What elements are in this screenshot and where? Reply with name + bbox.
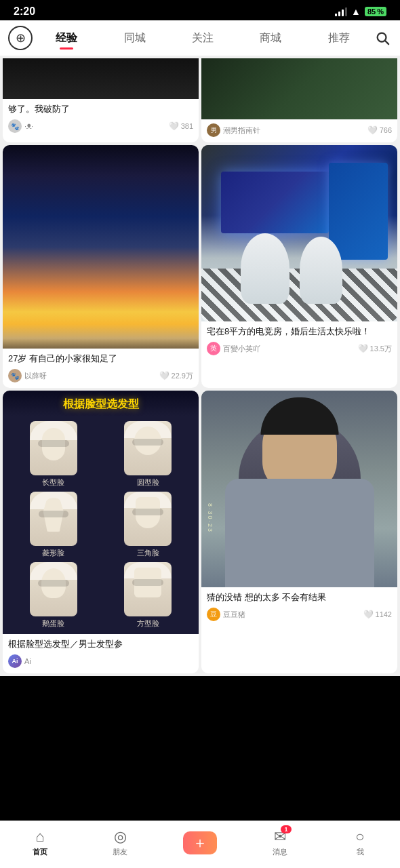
bottom-nav-add[interactable]: ＋ xyxy=(180,831,220,854)
bottom-nav-friends[interactable]: ◎ 朋友 xyxy=(100,828,140,857)
card-sunset[interactable]: 27岁 有自己的小家很知足了 🐾 以薛呀 🤍 22.9万 xyxy=(3,145,199,388)
author-name: 潮男指南针 xyxy=(223,125,260,136)
nav-tabs: 经验 同城 关注 商城 推荐 xyxy=(33,28,373,48)
nav-bar: ⊕ 经验 同城 关注 商城 推荐 xyxy=(0,20,400,56)
status-bar: 2:20 ▲ 85 % xyxy=(0,0,400,20)
avatar: 英 xyxy=(207,342,220,355)
tab-nearby[interactable]: 同城 xyxy=(120,28,150,48)
card-gaming-author: 英 百變小英吖 xyxy=(207,342,260,355)
author-name: ·ᴥ· xyxy=(24,122,33,131)
signal-icon xyxy=(335,7,347,16)
face-cell-3: 菱形脸 xyxy=(8,492,99,558)
add-post-button[interactable]: ⊕ xyxy=(8,26,33,50)
author-name: 以薛呀 xyxy=(24,371,47,381)
card-partial-left[interactable]: 够了。我破防了 🐾 ·ᴥ· 🤍 381 xyxy=(3,58,199,142)
card-gaming-image xyxy=(201,145,397,321)
card-boy[interactable]: 8·30·23 猜的没错 想的太多 不会有结果 豆 豆豆猪 🤍 1142 xyxy=(201,391,397,673)
messages-label: 消息 xyxy=(273,847,287,857)
card-partial-left-image xyxy=(3,58,199,99)
card-sunset-meta: 🐾 以薛呀 🤍 22.9万 xyxy=(8,369,193,382)
card-partial-right-likes: 🤍 766 xyxy=(367,125,392,135)
card-sunset-title: 27岁 有自己的小家很知足了 xyxy=(8,353,193,365)
card-partial-right[interactable]: 男 潮男指南针 🤍 766 xyxy=(201,58,397,142)
card-facetype-header: 根据脸型选发型 xyxy=(3,391,199,416)
face-cell-6: 方型脸 xyxy=(103,562,194,629)
card-boy-image: 8·30·23 xyxy=(201,391,397,587)
face-grid: 长型脸 圆型脸 xyxy=(3,416,199,634)
card-sunset-image xyxy=(3,145,199,349)
card-boy-body: 猜的没错 想的太多 不会有结果 豆 豆豆猪 🤍 1142 xyxy=(201,587,397,627)
card-gaming-body: 宅在8平方的电竞房，婚后生活太快乐啦！ 英 百變小英吖 🤍 13.5万 xyxy=(201,321,397,361)
card-gaming-likes: 🤍 13.5万 xyxy=(358,344,392,354)
avatar: 🐾 xyxy=(8,119,22,133)
card-facetype-body: 根据脸型选发型／男士发型参 Ai Ai xyxy=(3,634,199,673)
card-partial-right-meta: 男 潮男指南针 🤍 766 xyxy=(207,123,392,137)
add-content-button[interactable]: ＋ xyxy=(183,831,217,854)
wifi-icon: ▲ xyxy=(351,6,361,17)
home-label: 首页 xyxy=(33,847,47,857)
card-partial-left-meta: 🐾 ·ᴥ· 🤍 381 xyxy=(8,119,193,133)
bottom-nav: ⌂ 首页 ◎ 朋友 ＋ ✉ 1 消息 ○ 我 xyxy=(0,821,400,868)
tab-experience[interactable]: 经验 xyxy=(52,28,81,48)
heart-icon: 🤍 xyxy=(169,121,179,131)
bottom-nav-messages[interactable]: ✉ 1 消息 xyxy=(260,828,300,857)
bottom-nav-me[interactable]: ○ 我 xyxy=(340,828,380,857)
card-partial-left-likes: 🤍 381 xyxy=(169,121,193,131)
face-cell-2: 圆型脸 xyxy=(103,421,194,488)
card-partial-left-author: 🐾 ·ᴥ· xyxy=(8,119,33,133)
avatar: 豆 xyxy=(207,608,220,621)
feed-wrapper: 够了。我破防了 🐾 ·ᴥ· 🤍 381 xyxy=(0,56,400,724)
tab-recommend[interactable]: 推荐 xyxy=(324,28,354,48)
heart-icon: 🤍 xyxy=(367,125,378,135)
face-grid-inner: 长型脸 圆型脸 xyxy=(5,418,196,631)
card-facetype-header-title: 根据脸型选发型 xyxy=(8,397,193,412)
friends-label: 朋友 xyxy=(113,847,127,857)
avatar: Ai xyxy=(8,654,22,668)
card-partial-left-title: 够了。我破防了 xyxy=(8,103,193,115)
card-facetype-meta: Ai Ai xyxy=(8,654,193,668)
card-boy-likes: 🤍 1142 xyxy=(363,610,392,619)
svg-line-1 xyxy=(385,41,388,44)
card-sunset-likes: 🤍 22.9万 xyxy=(159,371,193,381)
friends-icon: ◎ xyxy=(114,828,127,846)
bottom-nav-home[interactable]: ⌂ 首页 xyxy=(20,828,60,857)
status-time: 2:20 xyxy=(14,5,35,18)
message-badge: 1 xyxy=(281,825,292,833)
author-name: 百變小英吖 xyxy=(223,344,260,354)
heart-icon: 🤍 xyxy=(358,344,368,353)
card-facetype-author: Ai Ai xyxy=(8,654,31,668)
card-facetype-title: 根据脸型选发型／男士发型参 xyxy=(8,638,193,650)
card-boy-author: 豆 豆豆猪 xyxy=(207,608,245,621)
card-gaming-meta: 英 百變小英吖 🤍 13.5万 xyxy=(207,342,392,355)
me-icon: ○ xyxy=(355,828,364,846)
card-gaming-title: 宅在8平方的电竞房，婚后生活太快乐啦！ xyxy=(207,326,392,338)
avatar: 男 xyxy=(207,123,220,137)
me-label: 我 xyxy=(357,847,364,857)
avatar: 🐾 xyxy=(8,369,22,382)
card-partial-left-body: 够了。我破防了 🐾 ·ᴥ· 🤍 381 xyxy=(3,99,199,138)
card-partial-right-author: 男 潮男指南针 xyxy=(207,123,260,137)
home-icon: ⌂ xyxy=(35,828,44,846)
card-sunset-author: 🐾 以薛呀 xyxy=(8,369,47,382)
partial-top-row: 够了。我破防了 🐾 ·ᴥ· 🤍 381 xyxy=(0,56,400,142)
card-partial-right-image xyxy=(201,58,397,119)
heart-icon: 🤍 xyxy=(363,610,374,619)
tab-shop[interactable]: 商城 xyxy=(256,28,285,48)
card-partial-right-body: 男 潮男指南针 🤍 766 xyxy=(201,119,397,142)
face-cell-5: 鹅蛋脸 xyxy=(8,562,99,629)
status-right: ▲ 85 % xyxy=(335,6,386,17)
search-button[interactable] xyxy=(373,28,392,47)
face-cell-4: 三角脸 xyxy=(103,492,194,558)
card-sunset-body: 27岁 有自己的小家很知足了 🐾 以薛呀 🤍 22.9万 xyxy=(3,349,199,388)
heart-icon: 🤍 xyxy=(159,371,169,380)
face-cell-1: 长型脸 xyxy=(8,421,99,488)
card-boy-title: 猜的没错 想的太多 不会有结果 xyxy=(207,591,392,604)
card-facetype[interactable]: 根据脸型选发型 长型脸 xyxy=(3,391,199,673)
main-feed: 27岁 有自己的小家很知足了 🐾 以薛呀 🤍 22.9万 xyxy=(0,142,400,676)
author-name: 豆豆猪 xyxy=(223,610,245,620)
author-name: Ai xyxy=(24,657,31,665)
battery-indicator: 85 % xyxy=(365,7,386,16)
tab-follow[interactable]: 关注 xyxy=(188,28,218,48)
card-boy-meta: 豆 豆豆猪 🤍 1142 xyxy=(207,608,392,621)
card-gaming[interactable]: 宅在8平方的电竞房，婚后生活太快乐啦！ 英 百變小英吖 🤍 13.5万 xyxy=(201,145,397,388)
